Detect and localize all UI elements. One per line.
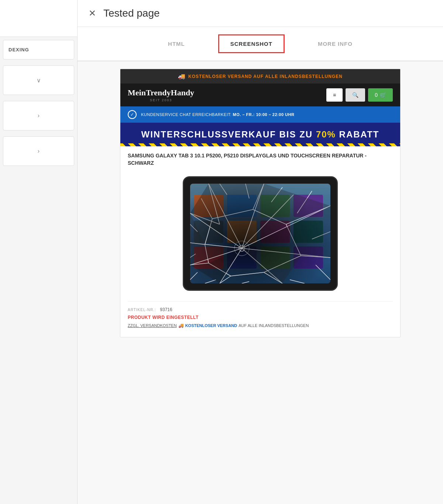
shipping-truck-icon: 🚚 xyxy=(178,323,184,328)
service-bar: ✓ KUNDENSERVICE CHAT ERREICHBARKEIT: MO.… xyxy=(120,106,400,123)
banner-text: KOSTENLOSER VERSAND AUF ALLE INLANDSBEST… xyxy=(188,74,343,79)
logo-part2: Handy xyxy=(171,88,195,97)
close-button[interactable]: ✕ xyxy=(89,8,96,18)
crack-svg xyxy=(190,184,330,283)
content-area: 🚚 KOSTENLOSER VERSAND AUF ALLE INLANDSBE… xyxy=(78,61,443,504)
sidebar-top xyxy=(0,0,77,37)
logo-part1: MeinTrendy xyxy=(128,88,171,97)
artikel-number: 93716 xyxy=(160,307,172,312)
free-shipping-banner: 🚚 KOSTENLOSER VERSAND AUF ALLE INLANDSBE… xyxy=(120,69,400,84)
cart-icon: 🛒 xyxy=(380,92,386,98)
free-shipping-label: KOSTENLOSER VERSAND xyxy=(185,323,237,328)
product-section: SAMSUNG GALAXY TAB 3 10.1 P5200, P5210 D… xyxy=(120,146,400,337)
product-image-area xyxy=(128,173,393,298)
chevron-right-icon-2: › xyxy=(38,148,40,154)
broken-tablet-image xyxy=(183,176,338,291)
artikel-label: ARTIKEL-NR.: xyxy=(128,308,156,312)
chevron-down-icon: ∨ xyxy=(37,77,41,84)
page-title: Tested page xyxy=(103,7,160,19)
logo: MeinTrendyHandy SEIT 2003 xyxy=(128,88,194,102)
tab-html[interactable]: HTML xyxy=(157,35,196,52)
nav-buttons: ≡ 🔍 0 🛒 xyxy=(326,88,393,102)
sidebar-section-1[interactable]: ∨ xyxy=(3,65,74,95)
shipping-suffix: AUF ALLE INLANDSBESTELLUNGEN xyxy=(238,323,309,328)
logo-text: MeinTrendyHandy xyxy=(128,88,194,98)
cart-count: 0 xyxy=(375,92,378,98)
check-icon: ✓ xyxy=(130,112,134,117)
sidebar-item-dexing[interactable]: DEXING xyxy=(3,40,74,59)
sale-text: WINTERSCHLUSSVERKAUF BIS ZU 70% RABATT xyxy=(141,129,380,139)
cart-button[interactable]: 0 🛒 xyxy=(368,88,393,102)
sale-percentage: 70% xyxy=(316,129,336,139)
sidebar-section-2[interactable]: › xyxy=(3,101,74,130)
sale-banner: WINTERSCHLUSSVERKAUF BIS ZU 70% RABATT xyxy=(120,123,400,146)
service-text-plain: KUNDENSERVICE CHAT ERREICHBARKEIT: xyxy=(141,112,231,117)
sale-banner-text: WINTERSCHLUSSVERKAUF BIS ZU 70% RABATT xyxy=(128,129,393,140)
artikel-row: ARTIKEL-NR.: 93716 xyxy=(128,306,393,313)
product-meta: ARTIKEL-NR.: 93716 PRODUKT WIRD EINGESTE… xyxy=(128,301,393,331)
sale-stripe-decoration xyxy=(120,143,400,146)
menu-button[interactable]: ≡ xyxy=(326,88,343,102)
logo-bar: MeinTrendyHandy SEIT 2003 ≡ 🔍 0 🛒 xyxy=(120,84,400,106)
status-badge: PRODUKT WIRD EINGESTELLT xyxy=(128,315,393,320)
search-button[interactable]: 🔍 xyxy=(346,88,365,102)
truck-icon: 🚚 xyxy=(178,73,185,80)
chevron-right-icon-1: › xyxy=(38,112,40,119)
sidebar-section-3[interactable]: › xyxy=(3,136,74,166)
tab-screenshot[interactable]: SCREENSHOT xyxy=(218,34,285,53)
website-preview: 🚚 KOSTENLOSER VERSAND AUF ALLE INLANDSBE… xyxy=(120,69,401,337)
tablet-screen xyxy=(190,184,330,283)
service-text-bold: MO. – FR.: 10:00 – 22:00 UHR xyxy=(233,112,295,117)
shipping-link[interactable]: ZZGL. VERSANDKOSTEN xyxy=(128,323,177,328)
product-title: SAMSUNG GALAXY TAB 3 10.1 P5200, P5210 D… xyxy=(128,152,393,167)
service-bar-text: KUNDENSERVICE CHAT ERREICHBARKEIT: MO. –… xyxy=(141,112,294,117)
sidebar: DEXING ∨ › › xyxy=(0,0,78,504)
main-panel: ✕ Tested page HTML SCREENSHOT MORE INFO … xyxy=(78,0,443,504)
shipping-info: ZZGL. VERSANDKOSTEN 🚚 KOSTENLOSER VERSAN… xyxy=(128,323,393,328)
sidebar-item-label: DEXING xyxy=(8,47,29,52)
header: ✕ Tested page xyxy=(78,0,443,27)
check-circle-icon: ✓ xyxy=(128,110,137,119)
tabs-bar: HTML SCREENSHOT MORE INFO xyxy=(78,27,443,61)
logo-subtitle: SEIT 2003 xyxy=(128,98,194,102)
tab-more-info[interactable]: MORE INFO xyxy=(307,35,364,52)
